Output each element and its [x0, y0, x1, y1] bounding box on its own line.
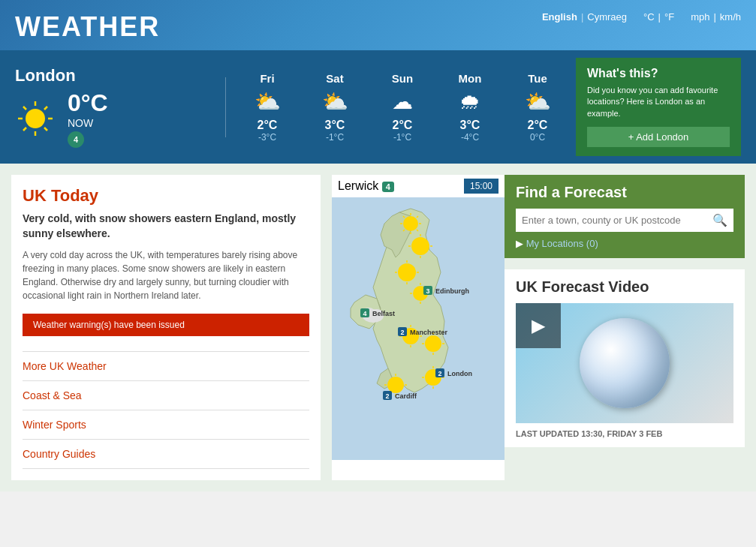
- main-content: UK Today Very cold, with snow showers ea…: [0, 164, 756, 491]
- english-link[interactable]: English: [542, 11, 577, 23]
- speed-kmh[interactable]: km/h: [720, 11, 741, 23]
- map-time-badge: 15:00: [464, 179, 498, 194]
- forecast-day-tue: Tue ⛅ 2°C 0°C: [511, 72, 564, 143]
- svg-point-0: [26, 109, 45, 128]
- forecast-video-title: UK Forecast Video: [516, 278, 733, 296]
- whats-this-desc: Did you know you can add favourite locat…: [587, 85, 730, 119]
- search-icon[interactable]: 🔍: [712, 213, 727, 227]
- lerwick-text: Lerwick: [338, 179, 378, 192]
- day-icon-0: ⛅: [255, 89, 281, 114]
- map-header: Lerwick 4 15:00: [332, 175, 505, 197]
- day-low-1: -1°C: [326, 132, 344, 143]
- svg-text:Edinburgh: Edinburgh: [435, 287, 469, 295]
- unit-pipe: |: [658, 11, 661, 23]
- temp-display: 0°C NOW 4: [68, 89, 108, 148]
- current-sun-icon: [15, 98, 56, 140]
- forecast-video-box: UK Forecast Video ▶ LAST UPDATED 13:30, …: [505, 269, 745, 447]
- lang-separator: |: [581, 11, 583, 23]
- last-updated: LAST UPDATED 13:30, FRIDAY 3 FEB: [516, 429, 733, 438]
- forecast-day-fri: Fri ⛅ 2°C -3°C: [241, 72, 294, 143]
- svg-point-47: [387, 377, 404, 393]
- svg-text:Belfast: Belfast: [372, 310, 395, 317]
- forecast-days: Fri ⛅ 2°C -3°C Sat ⛅ 3°C -1°C Sun ☁ 2°C …: [241, 72, 576, 143]
- search-box: 🔍: [516, 209, 733, 232]
- map-sun-lerwick: [400, 213, 421, 234]
- day-high-4: 2°C: [528, 119, 548, 132]
- day-icon-4: ⛅: [525, 89, 551, 114]
- welsh-link[interactable]: Cymraeg: [587, 11, 627, 23]
- list-item-more-uk: More UK Weather: [23, 352, 309, 381]
- day-low-4: 0°C: [530, 132, 545, 143]
- play-icon[interactable]: ▶: [532, 315, 545, 336]
- day-icon-3: 🌧: [459, 89, 480, 114]
- whats-this-box: What's this? Did you know you can add fa…: [576, 58, 741, 156]
- more-uk-weather-link[interactable]: More UK Weather: [23, 360, 107, 372]
- current-location: London 0°C NOW 4: [15, 66, 210, 148]
- uk-map-svg: 3 Edinburgh 4 Belfast 2 Manchester 2 Car…: [332, 197, 505, 460]
- day-high-2: 2°C: [393, 119, 413, 132]
- day-high-1: 3°C: [325, 119, 345, 132]
- my-locations-label: My Locations: [526, 238, 584, 249]
- forecast-day-sun: Sun ☁ 2°C -1°C: [376, 72, 429, 143]
- now-label: NOW: [68, 117, 108, 129]
- svg-line-8: [23, 128, 26, 131]
- my-locations-count: (0): [586, 238, 598, 249]
- weather-warning-button[interactable]: Weather warning(s) have been issued: [23, 314, 309, 336]
- find-forecast-box: Find a Forecast 🔍 ▶ My Locations (0): [505, 175, 745, 258]
- day-label-1: Sat: [326, 72, 343, 85]
- uk-today-subtitle: Very cold, with snow showers eastern Eng…: [23, 212, 309, 241]
- day-label-3: Mon: [459, 72, 482, 85]
- left-panel: UK Today Very cold, with snow showers ea…: [11, 175, 321, 480]
- list-item-coast: Coast & Sea: [23, 381, 309, 410]
- day-label-0: Fri: [260, 72, 274, 85]
- find-forecast-title: Find a Forecast: [516, 184, 733, 201]
- temp-celsius[interactable]: °C: [643, 11, 655, 23]
- add-london-button[interactable]: + Add London: [587, 127, 730, 147]
- forecast-count-badge[interactable]: 4: [68, 131, 84, 148]
- video-thumbnail[interactable]: ▶: [516, 303, 733, 423]
- svg-line-7: [44, 107, 47, 110]
- uk-today-desc: A very cold day across the UK, with temp…: [23, 248, 309, 302]
- svg-point-10: [403, 216, 418, 231]
- svg-text:3: 3: [426, 287, 429, 295]
- whats-this-title: What's this?: [587, 67, 730, 80]
- svg-line-5: [23, 107, 26, 110]
- my-locations-link[interactable]: ▶ My Locations (0): [516, 238, 733, 249]
- day-high-3: 3°C: [460, 119, 480, 132]
- day-icon-1: ⛅: [322, 89, 348, 114]
- map-panel: Lerwick 4 15:00: [332, 175, 505, 480]
- forecast-day-mon: Mon 🌧 3°C -4°C: [444, 72, 496, 143]
- strip-divider: [225, 77, 226, 137]
- location-name: London: [15, 66, 210, 86]
- speed-mph[interactable]: mph: [691, 11, 709, 23]
- day-icon-2: ☁: [392, 89, 413, 114]
- forecast-day-sat: Sat ⛅ 3°C -1°C: [309, 72, 361, 143]
- svg-text:2: 2: [385, 392, 389, 400]
- coast-sea-link[interactable]: Coast & Sea: [23, 389, 82, 401]
- header: WEATHER English | Cymraeg °C | °F mph | …: [0, 0, 756, 50]
- svg-point-24: [398, 263, 416, 281]
- svg-text:London: London: [447, 370, 472, 377]
- day-low-0: -3°C: [258, 132, 276, 143]
- nav-links: More UK Weather Coast & Sea Winter Sport…: [23, 351, 309, 469]
- country-guides-link[interactable]: Country Guides: [23, 448, 95, 460]
- list-item-winter: Winter Sports: [23, 410, 309, 440]
- svg-point-19: [411, 237, 429, 255]
- day-label-2: Sun: [392, 72, 413, 85]
- weather-strip: London 0°C NOW 4: [0, 50, 756, 164]
- winter-sports-link[interactable]: Winter Sports: [23, 419, 86, 431]
- svg-text:4: 4: [363, 310, 366, 317]
- temp-fahrenheit[interactable]: °F: [664, 11, 674, 23]
- day-low-3: -4°C: [461, 132, 479, 143]
- svg-point-42: [425, 335, 441, 352]
- uk-today-title: UK Today: [23, 186, 309, 206]
- day-low-2: -1°C: [393, 132, 411, 143]
- svg-text:2: 2: [400, 329, 404, 336]
- day-high-0: 2°C: [258, 119, 278, 132]
- current-temp-row: 0°C NOW 4: [15, 89, 210, 148]
- video-play-overlay[interactable]: ▶: [516, 303, 561, 348]
- svg-line-6: [44, 128, 47, 131]
- lerwick-label: Lerwick 4: [338, 179, 394, 193]
- search-input[interactable]: [522, 215, 712, 226]
- speed-pipe: |: [713, 11, 715, 23]
